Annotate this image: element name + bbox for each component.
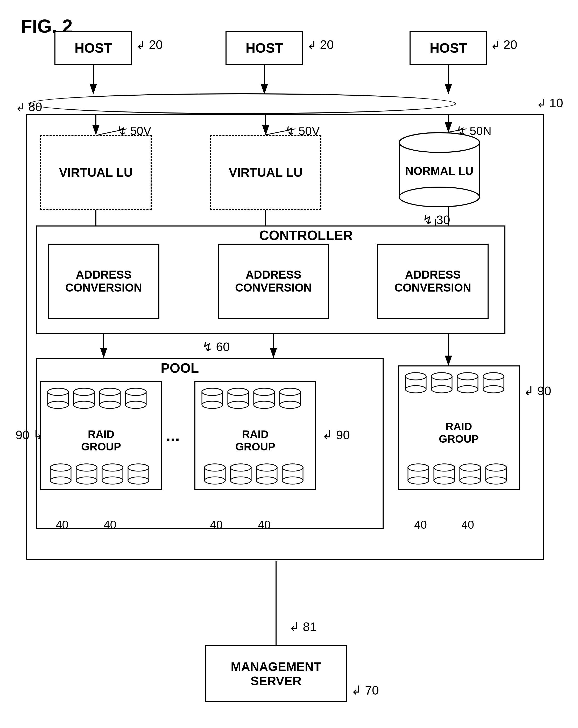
svg-point-78 xyxy=(230,477,251,484)
svg-point-26 xyxy=(48,401,69,409)
svg-point-99 xyxy=(457,373,478,380)
virtual-lu-2: VIRTUAL LU xyxy=(210,135,321,210)
svg-point-98 xyxy=(457,386,478,393)
svg-point-62 xyxy=(228,401,248,409)
host-box-3: HOST xyxy=(410,31,487,65)
label-90-2: ↲ 90 xyxy=(319,427,350,442)
svg-point-59 xyxy=(202,388,222,395)
svg-point-95 xyxy=(431,373,452,380)
svg-point-87 xyxy=(282,464,303,471)
svg-point-83 xyxy=(256,464,277,471)
label-81: ↲ 81 xyxy=(289,619,317,634)
virtual-lu-1: VIRTUAL LU xyxy=(40,135,152,210)
label-60: ↯ 60 xyxy=(202,339,230,354)
svg-point-102 xyxy=(483,386,504,393)
svg-point-35 xyxy=(100,388,120,395)
label-50v-2: ↯ 50V xyxy=(285,124,320,138)
svg-point-43 xyxy=(50,464,71,471)
svg-point-34 xyxy=(100,401,120,409)
svg-point-115 xyxy=(460,464,480,471)
svg-point-42 xyxy=(50,477,71,484)
svg-point-38 xyxy=(126,401,146,409)
svg-point-75 xyxy=(205,464,225,471)
svg-point-90 xyxy=(405,386,426,393)
label-40-6: 40 xyxy=(462,518,474,531)
svg-point-114 xyxy=(460,477,480,484)
svg-point-106 xyxy=(408,477,429,484)
label-10: ↲ 10 xyxy=(536,96,563,110)
host-box-2: HOST xyxy=(226,31,303,65)
svg-point-118 xyxy=(486,477,506,484)
svg-point-71 xyxy=(280,388,300,395)
pool-label: POOL xyxy=(161,360,199,376)
svg-point-30 xyxy=(74,401,94,409)
svg-point-91 xyxy=(405,373,426,380)
label-90-1: 90 ↳ xyxy=(16,427,43,442)
svg-point-27 xyxy=(48,388,69,395)
svg-point-21 xyxy=(399,187,479,207)
svg-point-119 xyxy=(486,464,506,471)
controller-label: CONTROLLER xyxy=(259,228,353,243)
address-conversion-1: ADDRESS CONVERSION xyxy=(48,243,159,319)
svg-point-110 xyxy=(434,477,455,484)
network-ellipse xyxy=(28,93,456,114)
normal-lu-cylinder: NORMAL LU xyxy=(397,132,482,207)
label-40-4: 40 xyxy=(258,518,270,531)
svg-text:NORMAL LU: NORMAL LU xyxy=(405,164,473,177)
label-80: ↲ 80 xyxy=(16,100,42,114)
label-40-3: 40 xyxy=(210,518,222,531)
svg-point-86 xyxy=(282,477,303,484)
label-90-3: ↲ 90 xyxy=(524,384,551,398)
svg-point-107 xyxy=(408,464,429,471)
label-70: ↲ 70 xyxy=(351,683,379,697)
label-50n: ↯ 50N xyxy=(456,124,492,138)
svg-point-54 xyxy=(128,477,149,484)
svg-point-67 xyxy=(254,388,274,395)
svg-point-58 xyxy=(202,401,222,409)
label-50v-1: ↯ 50V xyxy=(116,124,151,138)
svg-point-31 xyxy=(74,388,94,395)
svg-point-94 xyxy=(431,386,452,393)
label-40-2: 40 xyxy=(104,518,116,531)
svg-point-82 xyxy=(256,477,277,484)
raid-group-3: RAID GROUP xyxy=(398,365,520,490)
raid-group-2: RAID GROUP xyxy=(194,381,316,490)
svg-point-79 xyxy=(230,464,251,471)
label-40-5: 40 xyxy=(414,518,427,531)
dots-separator: ··· xyxy=(166,430,180,449)
svg-point-51 xyxy=(102,464,123,471)
raid-group-1: RAID GROUP xyxy=(40,381,162,490)
svg-point-70 xyxy=(280,401,300,409)
management-server-box: MANAGEMENT SERVER xyxy=(205,645,347,702)
label-20-host2: ↲ 20 xyxy=(307,37,334,52)
label-20-host3: ↲ 20 xyxy=(491,37,517,52)
svg-point-111 xyxy=(434,464,455,471)
svg-point-63 xyxy=(228,388,248,395)
svg-point-55 xyxy=(128,464,149,471)
address-conversion-3: ADDRESS CONVERSION xyxy=(377,243,489,319)
svg-point-74 xyxy=(205,477,225,484)
label-20-host1: ↲ 20 xyxy=(136,37,163,52)
svg-point-47 xyxy=(76,464,97,471)
svg-point-103 xyxy=(483,373,504,380)
svg-point-46 xyxy=(76,477,97,484)
host-box-1: HOST xyxy=(54,31,132,65)
svg-point-50 xyxy=(102,477,123,484)
svg-point-66 xyxy=(254,401,274,409)
label-30: ↯ 30 xyxy=(422,212,450,227)
address-conversion-2: ADDRESS CONVERSION xyxy=(218,243,329,319)
svg-point-39 xyxy=(126,388,146,395)
label-40-1: 40 xyxy=(56,518,69,531)
